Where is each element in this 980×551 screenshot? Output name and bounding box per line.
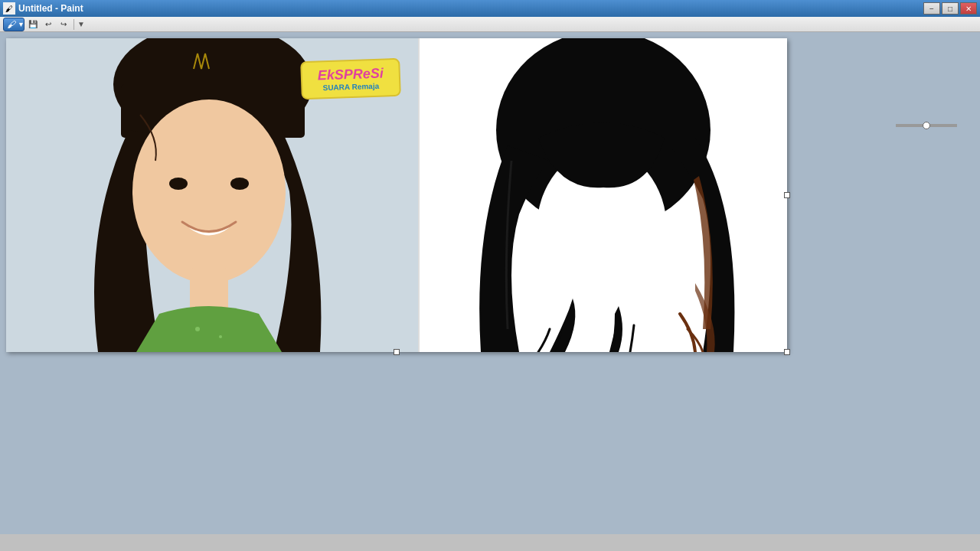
ekspres-text1: EkSPReSi — [317, 66, 384, 84]
window-title: Untitled - Paint — [18, 3, 83, 14]
app-menu-dropdown[interactable]: 🖌 ▼ — [3, 18, 24, 31]
zoom-slider-thumb[interactable] — [923, 122, 930, 129]
svg-point-23 — [195, 327, 200, 331]
minimize-button[interactable]: − — [923, 2, 940, 15]
canvas-area: EkSPReSi SUARA Remaja — [0, 32, 980, 534]
canvas-handle-bottom[interactable] — [394, 349, 400, 355]
right-section — [420, 38, 787, 352]
dropdown-arrow: ▼ — [18, 21, 24, 28]
svg-point-20 — [169, 178, 188, 190]
left-photo: EkSPReSi SUARA Remaja — [6, 38, 418, 352]
window-controls: − □ ✕ — [923, 2, 977, 15]
zoom-slider[interactable] — [896, 124, 957, 127]
customize-label: ▼ — [77, 20, 85, 28]
ekspres-text2: SUARA Remaja — [322, 82, 379, 93]
svg-point-19 — [132, 99, 286, 283]
quick-access-toolbar: 🖌 ▼ 💾 ↩ ↪ ▼ — [0, 17, 980, 32]
hair-silhouette-svg — [420, 38, 787, 352]
app-icon-small: 🖌 — [7, 19, 16, 30]
close-button[interactable]: ✕ — [960, 2, 977, 15]
separator — [74, 19, 74, 30]
title-bar: 🖌 Untitled - Paint − □ ✕ — [0, 0, 980, 17]
redo-button[interactable]: ↪ — [57, 18, 70, 31]
maximize-button[interactable]: □ — [942, 2, 959, 15]
ekspres-badge: EkSPReSi SUARA Remaja — [300, 58, 401, 100]
undo-button[interactable]: ↩ — [41, 18, 55, 31]
save-button[interactable]: 💾 — [26, 18, 40, 31]
canvas-handle-right[interactable] — [784, 192, 790, 198]
title-bar-left: 🖌 Untitled - Paint — [3, 2, 83, 15]
app-icon: 🖌 — [3, 2, 15, 15]
canvas-handle-corner[interactable] — [784, 349, 790, 355]
svg-point-24 — [219, 335, 222, 338]
svg-point-21 — [230, 178, 249, 190]
paint-canvas[interactable]: EkSPReSi SUARA Remaja — [6, 38, 787, 352]
